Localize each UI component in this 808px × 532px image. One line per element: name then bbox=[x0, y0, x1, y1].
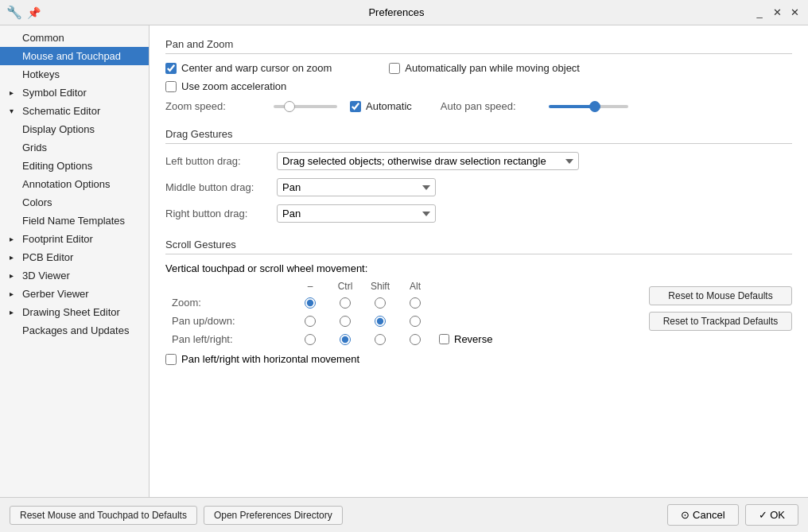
sidebar-item-label: Footprint Editor bbox=[22, 233, 93, 245]
col-dash: – bbox=[293, 281, 328, 292]
minimize-button[interactable]: _ bbox=[752, 6, 767, 20]
zoom-radio-alt bbox=[398, 297, 433, 309]
center-warp-checkbox[interactable] bbox=[165, 63, 177, 74]
pan-horizontal-checkbox-label[interactable]: Pan left/right with horizontal movement bbox=[165, 353, 359, 365]
sidebar-item-field-name-templates[interactable]: Field Name Templates bbox=[0, 212, 149, 230]
sidebar-item-pcb-editor[interactable]: ▸PCB Editor bbox=[0, 248, 149, 266]
middle-button-row: Middle button drag: Pan Zoom None bbox=[165, 178, 792, 196]
zoom-scroll-row: Zoom: bbox=[165, 297, 649, 309]
pan-zoom-section: Pan and Zoom Center and warp cursor on z… bbox=[165, 38, 792, 112]
auto-pan-speed-slider[interactable] bbox=[549, 105, 628, 108]
pan-updown-label: Pan up/down: bbox=[165, 315, 293, 327]
center-warp-row: Center and warp cursor on zoom Automatic… bbox=[165, 62, 792, 74]
sidebar-item-label: PCB Editor bbox=[22, 251, 73, 263]
sidebar-item-3d-viewer[interactable]: ▸3D Viewer bbox=[0, 266, 149, 285]
chevron-icon: ▸ bbox=[10, 271, 19, 280]
pan-lr-radio-ctrl-input[interactable] bbox=[340, 334, 351, 345]
reverse-checkbox[interactable] bbox=[439, 334, 449, 344]
reset-trackpad-button[interactable]: Reset to Trackpad Defaults bbox=[649, 312, 792, 331]
titlebar-left: 🔧 📌 bbox=[6, 5, 41, 20]
maximize-button[interactable]: ✕ bbox=[770, 6, 784, 20]
cancel-button[interactable]: ⊙ Cancel bbox=[667, 504, 738, 526]
auto-pan-checkbox[interactable] bbox=[389, 63, 400, 74]
zoom-speed-slider[interactable] bbox=[274, 105, 337, 108]
sidebar-item-hotkeys[interactable]: Hotkeys bbox=[0, 65, 149, 83]
pan-leftright-row: Pan left/right: bbox=[165, 333, 649, 345]
cancel-label: Cancel bbox=[693, 509, 724, 521]
close-button[interactable]: ✕ bbox=[787, 6, 802, 20]
sidebar-item-label: Editing Options bbox=[22, 160, 92, 172]
pan-leftright-label: Pan left/right: bbox=[165, 333, 293, 345]
zoom-radio-dash-input[interactable] bbox=[305, 297, 316, 309]
sidebar-item-label: Gerber Viewer bbox=[22, 288, 89, 300]
chevron-icon: ▸ bbox=[10, 308, 19, 316]
footer: Reset Mouse and Touchpad to Defaults Ope… bbox=[0, 497, 808, 532]
sidebar-item-editing-options[interactable]: Editing Options bbox=[0, 157, 149, 175]
automatic-checkbox-label[interactable]: Automatic bbox=[350, 100, 412, 112]
pan-updown-radio-shift-input[interactable] bbox=[375, 316, 386, 327]
automatic-checkbox[interactable] bbox=[350, 101, 361, 112]
window-title: Preferences bbox=[41, 6, 752, 18]
sidebar-item-schematic-editor[interactable]: ▾Schematic Editor bbox=[0, 102, 149, 120]
chevron-icon: ▸ bbox=[10, 289, 19, 298]
zoom-accel-checkbox-label[interactable]: Use zoom acceleration bbox=[165, 80, 286, 92]
pan-horizontal-checkbox[interactable] bbox=[165, 354, 177, 365]
right-button-label: Right button drag: bbox=[165, 208, 277, 219]
content-area: Pan and Zoom Center and warp cursor on z… bbox=[150, 25, 808, 497]
auto-pan-label: Automatically pan while moving object bbox=[405, 62, 580, 74]
drag-gestures-section: Drag Gestures Left button drag: Drag sel… bbox=[165, 128, 792, 223]
reset-mouse-button[interactable]: Reset to Mouse Defaults bbox=[649, 286, 792, 305]
left-button-label: Left button drag: bbox=[165, 155, 277, 167]
zoom-scroll-label: Zoom: bbox=[165, 297, 293, 309]
open-prefs-button[interactable]: Open Preferences Directory bbox=[204, 506, 343, 525]
pan-updown-radio-ctrl-input[interactable] bbox=[340, 316, 351, 327]
pan-updown-radio-ctrl bbox=[328, 316, 363, 327]
sidebar-item-display-options[interactable]: Display Options bbox=[0, 120, 149, 138]
sidebar-item-colors[interactable]: Colors bbox=[0, 193, 149, 212]
middle-button-select[interactable]: Pan Zoom None bbox=[277, 178, 436, 196]
vertical-label: Vertical touchpad or scroll wheel moveme… bbox=[165, 262, 649, 274]
sidebar-item-gerber-viewer[interactable]: ▸Gerber Viewer bbox=[0, 285, 149, 303]
ok-button[interactable]: ✓ OK bbox=[745, 504, 798, 526]
reverse-label: Reverse bbox=[454, 333, 492, 345]
main-content: CommonMouse and TouchpadHotkeys▸Symbol E… bbox=[0, 25, 808, 497]
zoom-radio-alt-input[interactable] bbox=[410, 297, 421, 309]
right-button-select[interactable]: Pan Zoom None bbox=[277, 204, 436, 223]
footer-right: ⊙ Cancel ✓ OK bbox=[667, 504, 798, 526]
sidebar-item-label: Packages and Updates bbox=[22, 324, 129, 336]
auto-pan-speed-label: Auto pan speed: bbox=[441, 100, 536, 112]
left-button-select[interactable]: Drag selected objects; otherwise draw se… bbox=[277, 152, 579, 170]
zoom-radio-shift-input[interactable] bbox=[375, 297, 386, 309]
chevron-icon: ▸ bbox=[10, 235, 19, 243]
pan-lr-radio-shift-input[interactable] bbox=[375, 334, 386, 345]
pan-updown-radio-dash bbox=[293, 316, 328, 327]
pan-lr-radio-alt bbox=[398, 334, 433, 345]
sidebar-item-grids[interactable]: Grids bbox=[0, 138, 149, 157]
sidebar-item-symbol-editor[interactable]: ▸Symbol Editor bbox=[0, 83, 149, 102]
sidebar-item-label: Field Name Templates bbox=[22, 215, 125, 227]
sidebar-item-footprint-editor[interactable]: ▸Footprint Editor bbox=[0, 230, 149, 248]
sidebar-item-drawing-sheet-editor[interactable]: ▸Drawing Sheet Editor bbox=[0, 303, 149, 321]
pin-icon: 📌 bbox=[27, 6, 41, 19]
auto-pan-checkbox-label[interactable]: Automatically pan while moving object bbox=[389, 62, 580, 74]
chevron-icon: ▾ bbox=[10, 107, 19, 115]
zoom-speed-label: Zoom speed: bbox=[165, 100, 261, 112]
zoom-radio-ctrl-input[interactable] bbox=[340, 297, 351, 309]
zoom-accel-checkbox[interactable] bbox=[165, 81, 177, 92]
center-warp-checkbox-label[interactable]: Center and warp cursor on zoom bbox=[165, 62, 332, 74]
reset-defaults-button[interactable]: Reset Mouse and Touchpad to Defaults bbox=[10, 506, 197, 525]
pan-lr-radio-alt-input[interactable] bbox=[410, 334, 421, 345]
pan-lr-radio-dash bbox=[293, 334, 328, 345]
reverse-checkbox-label[interactable]: Reverse bbox=[439, 333, 492, 345]
sidebar-item-annotation-options[interactable]: Annotation Options bbox=[0, 175, 149, 193]
sidebar-item-label: Mouse and Touchpad bbox=[22, 50, 121, 62]
pan-updown-radio-dash-input[interactable] bbox=[305, 316, 316, 327]
sidebar-item-packages-updates[interactable]: Packages and Updates bbox=[0, 321, 149, 340]
sidebar-item-mouse-touchpad[interactable]: Mouse and Touchpad bbox=[0, 47, 149, 65]
titlebar: 🔧 📌 Preferences _ ✕ ✕ bbox=[0, 0, 808, 25]
pan-updown-radio-alt-input[interactable] bbox=[410, 316, 421, 327]
sidebar-item-label: 3D Viewer bbox=[22, 270, 70, 282]
pan-lr-radio-dash-input[interactable] bbox=[305, 334, 316, 345]
sidebar-item-common[interactable]: Common bbox=[0, 29, 149, 47]
zoom-speed-row: Zoom speed: Automatic Auto pan speed: bbox=[165, 100, 792, 112]
